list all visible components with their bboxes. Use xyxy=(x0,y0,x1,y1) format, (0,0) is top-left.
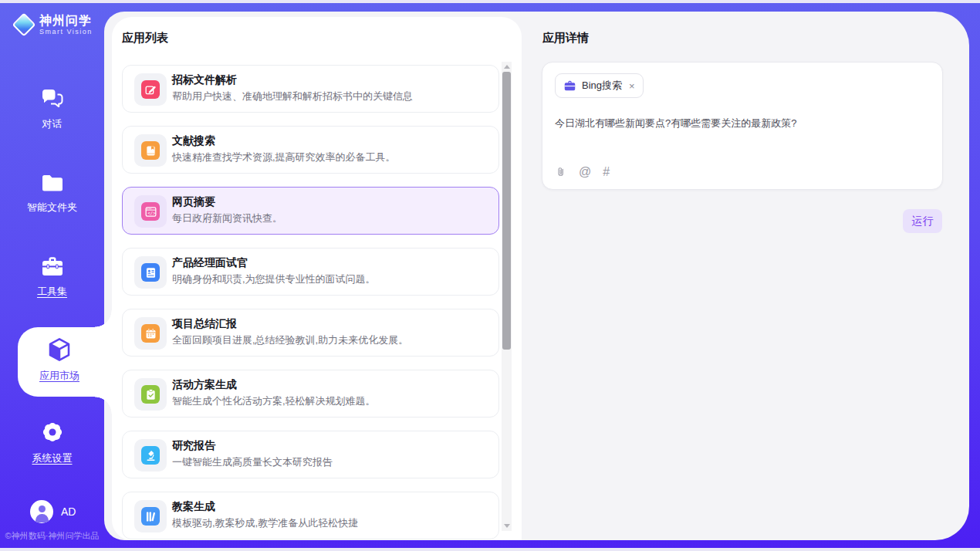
resume-icon xyxy=(141,263,160,282)
app-icon xyxy=(134,134,167,167)
brand-name: 神州问学 xyxy=(39,14,93,28)
app-card-desc: 模板驱动,教案秒成,教学准备从此轻松快捷 xyxy=(172,516,358,530)
app-card-research-report[interactable]: 研究报告 一键智能生成高质量长文本研究报告 xyxy=(122,431,499,478)
sidebar-item-app-market[interactable]: 应用市场 xyxy=(18,327,112,397)
folder-icon xyxy=(41,174,64,193)
prompt-text[interactable]: 今日湖北有哪些新闻要点?有哪些需要关注的最新政策? xyxy=(555,117,925,130)
sidebar-item-smart-folder[interactable]: 智能文件夹 xyxy=(0,174,104,215)
app-card-event-plan[interactable]: 活动方案生成 智能生成个性化活动方案,轻松解决规划难题。 xyxy=(122,370,499,417)
app-icon xyxy=(134,256,167,289)
scroll-down-arrow-icon[interactable] xyxy=(502,521,512,531)
svg-text:</>: </> xyxy=(147,211,156,215)
toolbox-icon xyxy=(41,256,64,277)
app-icon xyxy=(134,378,167,411)
scroll-up-arrow-icon[interactable] xyxy=(502,62,512,72)
app-card-title: 活动方案生成 xyxy=(172,378,237,392)
brand-tagline: Smart Vision xyxy=(39,28,93,35)
app-card-project-summary[interactable]: 项目总结汇报 全面回顾项目进展,总结经验教训,助力未来优化发展。 xyxy=(122,309,499,357)
books-icon xyxy=(141,507,160,526)
app-card-bid-parsing[interactable]: 招标文件解析 帮助用户快速、准确地理解和解析招标书中的关键信息 xyxy=(122,65,499,113)
clipboard-check-icon xyxy=(141,385,160,404)
app-card-title: 教案生成 xyxy=(172,500,215,514)
app-icon: </> xyxy=(134,195,167,228)
briefcase-icon xyxy=(563,79,576,93)
mention-icon[interactable]: @ xyxy=(579,166,591,178)
microscope-icon xyxy=(141,446,160,465)
sidebar: 神州问学 Smart Vision 对话 智能文件夹 xyxy=(0,3,104,548)
app-icon xyxy=(134,73,167,106)
app-card-literature-search[interactable]: 文献搜索 快速精准查找学术资源,提高研究效率的必备工具。 xyxy=(122,126,499,174)
browser-code-icon: </> xyxy=(141,202,160,221)
app-card-title: 研究报告 xyxy=(172,439,215,453)
app-card-list: 招标文件解析 帮助用户快速、准确地理解和解析招标书中的关键信息 文献搜索 快速精… xyxy=(122,65,499,540)
app-icon xyxy=(134,317,167,350)
close-icon[interactable]: × xyxy=(629,80,635,92)
composer-toolbar: @ # xyxy=(555,165,610,179)
prompt-card: Bing搜索 × 今日湖北有哪些新闻要点?有哪些需要关注的最新政策? @ # xyxy=(542,62,943,190)
sidebar-item-label: 工具集 xyxy=(0,285,104,299)
app-icon xyxy=(134,500,167,532)
app-detail-title: 应用详情 xyxy=(542,31,589,46)
gear-icon xyxy=(41,421,64,444)
app-card-desc: 明确身份和职责,为您提供专业性的面试问题。 xyxy=(172,272,376,286)
app-card-desc: 快速精准查找学术资源,提高研究效率的必备工具。 xyxy=(172,150,396,164)
hashtag-icon[interactable]: # xyxy=(603,166,610,178)
brand-text: 神州问学 Smart Vision xyxy=(39,14,93,35)
app-card-desc: 每日政府新闻资讯快查。 xyxy=(172,211,282,225)
app-card-desc: 帮助用户快速、准确地理解和解析招标书中的关键信息 xyxy=(172,90,413,103)
app-window: 神州问学 Smart Vision 对话 智能文件夹 xyxy=(0,0,980,551)
scrollbar[interactable] xyxy=(502,62,512,531)
sidebar-item-label: 应用市场 xyxy=(18,369,112,383)
sidebar-item-label: 系统设置 xyxy=(0,451,104,465)
run-button[interactable]: 运行 xyxy=(903,209,942,233)
user-initials: AD xyxy=(61,505,76,518)
app-card-title: 项目总结汇报 xyxy=(172,317,237,331)
user-profile[interactable]: AD xyxy=(30,500,76,523)
sidebar-item-settings[interactable]: 系统设置 xyxy=(0,421,104,465)
calendar-icon xyxy=(141,324,160,343)
brand-logo: 神州问学 Smart Vision xyxy=(15,14,93,35)
app-list-title: 应用列表 xyxy=(122,31,168,46)
app-card-desc: 全面回顾项目进展,总结经验教训,助力未来优化发展。 xyxy=(172,333,408,347)
scrollbar-thumb[interactable] xyxy=(502,72,511,350)
app-list-panel: 应用列表 招标文件解析 帮助用户快速、准确地理解和解析招标书中的关键信息 xyxy=(112,17,522,540)
app-card-desc: 一键智能生成高质量长文本研究报告 xyxy=(172,455,333,469)
app-card-pm-interviewer[interactable]: 产品经理面试官 明确身份和职责,为您提供专业性的面试问题。 xyxy=(122,248,499,296)
user-avatar-icon xyxy=(30,500,53,523)
sidebar-item-chat[interactable]: 对话 xyxy=(0,88,104,131)
app-card-title: 产品经理面试官 xyxy=(172,256,248,270)
sidebar-item-label: 智能文件夹 xyxy=(0,201,104,215)
app-card-title: 招标文件解析 xyxy=(172,73,237,87)
copyright-text: ©神州数码·神州问学出品 xyxy=(0,530,104,542)
diamond-logo-icon xyxy=(12,12,35,36)
sidebar-item-toolset[interactable]: 工具集 xyxy=(0,256,104,299)
app-card-web-summary[interactable]: </> 网页摘要 每日政府新闻资讯快查。 xyxy=(122,187,499,235)
cube-icon xyxy=(46,336,73,363)
tool-tag-label: Bing搜索 xyxy=(582,79,622,93)
app-card-desc: 智能生成个性化活动方案,轻松解决规划难题。 xyxy=(172,394,376,408)
app-card-lesson-plan[interactable]: 教案生成 模板驱动,教案秒成,教学准备从此轻松快捷 xyxy=(122,492,499,539)
app-icon xyxy=(134,439,167,472)
book-icon xyxy=(141,141,160,160)
app-card-title: 网页摘要 xyxy=(172,195,215,209)
app-card-title: 文献搜索 xyxy=(172,134,215,148)
attachment-icon[interactable] xyxy=(555,165,567,179)
sidebar-item-label: 对话 xyxy=(0,117,104,131)
tool-tag-bing-search[interactable]: Bing搜索 × xyxy=(555,73,644,98)
doc-edit-icon xyxy=(141,80,160,99)
chat-icon xyxy=(41,88,64,110)
